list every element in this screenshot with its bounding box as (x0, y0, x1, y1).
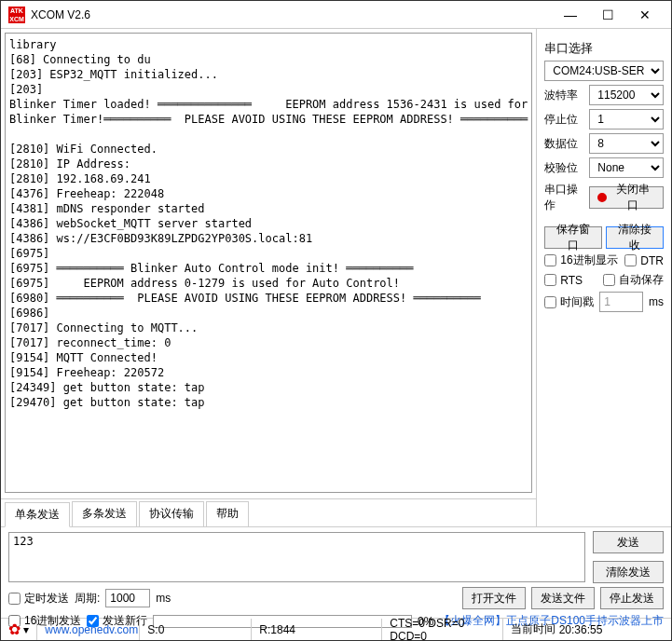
tab-protocol[interactable]: 协议传输 (139, 501, 204, 526)
op-label: 串口操作 (544, 182, 583, 213)
data-label: 数据位 (544, 136, 583, 152)
serial-header: 串口选择 (544, 40, 664, 57)
tab-help[interactable]: 帮助 (206, 501, 249, 526)
ts-unit: ms (649, 295, 664, 308)
timed-send-label: 定时发送 (24, 591, 69, 607)
serial-panel: 串口选择 COM24:USB-SERIAL CH34 波特率115200 停止位… (537, 29, 671, 526)
parity-select[interactable]: None (589, 157, 664, 178)
status-s: S:0 (140, 619, 252, 640)
status-bar: ✿ ▾ www.openedv.com S:0 R:1844 CTS=0 DSR… (1, 618, 671, 640)
port-status-icon (597, 193, 607, 202)
clear-send-button[interactable]: 清除发送 (593, 561, 664, 583)
titlebar: ATK XCM XCOM V2.6 — ☐ ✕ (1, 1, 671, 29)
time-value: 20:36:55 (559, 623, 603, 636)
timestamp-checkbox[interactable] (544, 296, 556, 308)
tab-multi-send[interactable]: 多条发送 (72, 501, 137, 526)
autosave-label: 自动保存 (619, 272, 664, 288)
send-file-button[interactable]: 发送文件 (531, 587, 595, 609)
timed-send-checkbox[interactable] (8, 593, 21, 605)
dropdown-icon[interactable]: ▾ (23, 623, 29, 636)
app-logo: ATK XCM (8, 7, 25, 23)
window-title: XCOM V2.6 (31, 8, 552, 21)
hex-display-checkbox[interactable] (544, 254, 556, 266)
gear-icon[interactable]: ✿ (8, 621, 21, 638)
save-window-button[interactable]: 保存窗口 (544, 226, 602, 249)
parity-label: 校验位 (544, 160, 583, 176)
dtr-label: DTR (640, 254, 664, 267)
clear-recv-button[interactable]: 清除接收 (606, 226, 664, 249)
period-label: 周期: (75, 591, 100, 607)
close-port-button[interactable]: 关闭串口 (589, 186, 664, 209)
maximize-button[interactable]: ☐ (589, 2, 626, 28)
baud-label: 波特率 (544, 88, 583, 103)
baud-select[interactable]: 115200 (589, 85, 664, 105)
url-link[interactable]: www.openedv.com (37, 619, 140, 640)
autosave-checkbox[interactable] (603, 274, 615, 286)
period-unit: ms (156, 592, 171, 605)
rts-label: RTS (560, 274, 583, 287)
minimize-button[interactable]: — (552, 2, 589, 28)
stop-label: 停止位 (544, 112, 583, 128)
time-label: 当前时间 (511, 621, 555, 637)
send-area: 123 发送 清除发送 定时发送 周期: ms 打开文件 发送文件 停止发送 1… (1, 526, 671, 618)
tab-single-send[interactable]: 单条发送 (5, 502, 70, 527)
stop-send-button[interactable]: 停止发送 (600, 587, 664, 609)
timestamp-input[interactable] (599, 292, 643, 312)
open-file-button[interactable]: 打开文件 (462, 587, 526, 609)
timestamp-label: 时间戳 (560, 294, 594, 310)
send-button[interactable]: 发送 (593, 531, 664, 553)
send-textarea[interactable]: 123 (8, 532, 585, 582)
data-select[interactable]: 8 (589, 133, 664, 154)
status-cts: CTS=0 DSR=0 DCD=0 (382, 619, 503, 640)
dtr-checkbox[interactable] (624, 254, 637, 266)
status-r: R:1844 (252, 619, 382, 640)
hex-display-label: 16进制显示 (560, 252, 617, 268)
close-button[interactable]: ✕ (626, 2, 664, 28)
send-tabs: 单条发送 多条发送 协议传输 帮助 (1, 498, 536, 526)
period-input[interactable] (105, 589, 150, 607)
stop-select[interactable]: 1 (589, 109, 664, 130)
terminal-output[interactable]: library [68] Connecting to du [203] ESP3… (5, 33, 532, 493)
port-select[interactable]: COM24:USB-SERIAL CH34 (544, 61, 664, 81)
rts-checkbox[interactable] (544, 274, 556, 286)
